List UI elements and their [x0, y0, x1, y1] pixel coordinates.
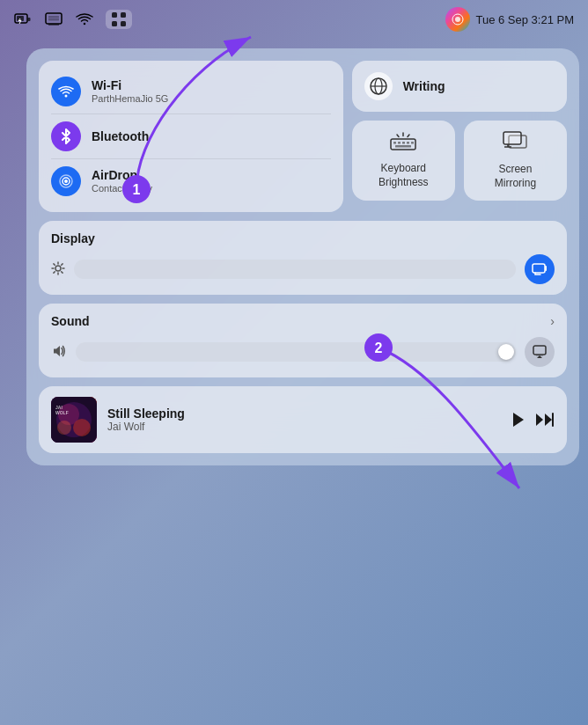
menubar: Tue 6 Sep 3:21 PM [0, 0, 588, 39]
wifi-toggle-icon[interactable] [51, 77, 81, 106]
screen-mirroring-label: Screen Mirroring [495, 163, 536, 190]
sound-header: Sound › [51, 314, 555, 328]
svg-rect-26 [393, 142, 396, 144]
svg-line-47 [54, 271, 55, 272]
display-section: Display [39, 221, 567, 295]
sound-chevron: › [550, 314, 555, 328]
svg-rect-8 [28, 18, 31, 21]
volume-icon [51, 344, 67, 361]
sound-section: Sound › [39, 304, 567, 377]
display-header: Display [51, 231, 555, 245]
airdrop-name: AirDrop [92, 168, 152, 183]
play-button[interactable] [511, 411, 526, 428]
menubar-left [14, 10, 132, 29]
airdrop-text: AirDrop Contacts Only [92, 168, 152, 194]
music-artist: Jai Wolf [107, 421, 500, 433]
svg-rect-10 [48, 24, 59, 26]
control-center-panel: Wi-Fi ParthHemaJio 5G Bluetooth [26, 48, 579, 465]
volume-knob[interactable] [498, 344, 514, 360]
menubar-date: Tue 6 Sep 3:21 PM [475, 13, 574, 26]
svg-rect-27 [398, 142, 401, 144]
sound-volume-slider[interactable] [76, 342, 516, 362]
wifi-name: Wi-Fi [92, 78, 168, 93]
svg-rect-14 [112, 21, 117, 26]
screen-mirroring-tile[interactable]: Screen Mirroring [464, 121, 567, 201]
svg-rect-49 [545, 266, 547, 271]
wifi-item[interactable]: Wi-Fi ParthHemaJio 5G [51, 70, 331, 114]
siri-icon[interactable] [445, 7, 470, 32]
svg-rect-13 [121, 12, 126, 18]
music-section: JAIWOLF JAI WOLF Still Sleeping Jai Wolf [39, 386, 567, 453]
wifi-icon [76, 11, 93, 27]
sound-slider-row [51, 337, 555, 367]
svg-rect-48 [533, 264, 545, 273]
svg-text:WOLF: WOLF [55, 410, 69, 415]
display-settings-button[interactable] [525, 254, 555, 284]
airdrop-sub: Contacts Only [92, 183, 152, 194]
svg-line-33 [397, 135, 399, 137]
svg-rect-31 [395, 145, 411, 148]
display-title: Display [51, 231, 95, 245]
airplay-button[interactable] [525, 337, 555, 367]
svg-point-39 [55, 266, 61, 271]
display-slider-row [51, 254, 555, 284]
hdmi-icon [44, 11, 63, 27]
display-brightness-slider[interactable] [74, 260, 516, 279]
bluetooth-toggle-icon[interactable] [51, 121, 81, 151]
svg-rect-36 [503, 132, 521, 144]
svg-point-17 [455, 17, 460, 22]
svg-line-45 [62, 271, 62, 272]
svg-rect-15 [121, 21, 126, 26]
svg-rect-28 [402, 142, 405, 144]
airdrop-toggle-icon[interactable] [51, 166, 81, 196]
svg-rect-30 [411, 142, 414, 144]
svg-line-44 [54, 263, 55, 264]
svg-line-34 [408, 135, 409, 137]
svg-rect-12 [112, 12, 117, 18]
wifi-sub: ParthHemaJio 5G [92, 93, 168, 105]
svg-rect-29 [407, 142, 409, 144]
music-title: Still Sleeping [107, 406, 500, 421]
keyboard-brightness-tile[interactable]: Keyboard Brightness [352, 121, 455, 201]
bottom-tiles: Keyboard Brightness [352, 121, 567, 201]
connectivity-block: Wi-Fi ParthHemaJio 5G Bluetooth [39, 61, 343, 212]
fast-forward-button[interactable] [535, 412, 555, 428]
writing-icon [364, 72, 393, 100]
brightness-icon [51, 261, 65, 278]
top-row: Wi-Fi ParthHemaJio 5G Bluetooth [39, 61, 567, 212]
right-tiles: Writing [352, 61, 567, 212]
svg-rect-50 [533, 346, 546, 355]
svg-point-18 [65, 95, 68, 98]
album-art: JAIWOLF JAI WOLF [51, 397, 97, 443]
wifi-text: Wi-Fi ParthHemaJio 5G [92, 78, 168, 105]
bluetooth-name: Bluetooth [92, 129, 149, 144]
svg-point-21 [64, 179, 68, 183]
bluetooth-text: Bluetooth [92, 129, 149, 144]
plug-icon [14, 11, 32, 27]
control-center-icon[interactable] [106, 10, 132, 29]
menubar-right: Tue 6 Sep 3:21 PM [445, 7, 574, 32]
writing-tile[interactable]: Writing [352, 61, 567, 112]
svg-point-55 [57, 421, 71, 435]
airdrop-item[interactable]: AirDrop Contacts Only [51, 159, 331, 203]
svg-rect-25 [391, 139, 415, 150]
bluetooth-item[interactable]: Bluetooth [51, 114, 331, 159]
music-controls [511, 411, 555, 428]
music-info: Still Sleeping Jai Wolf [107, 406, 500, 433]
svg-point-54 [73, 419, 91, 436]
keyboard-brightness-icon [389, 132, 417, 157]
screen-mirroring-icon [502, 131, 528, 157]
writing-label: Writing [403, 79, 445, 93]
keyboard-brightness-label: Keyboard Brightness [379, 162, 429, 189]
sound-title: Sound [51, 314, 90, 328]
svg-line-46 [62, 263, 62, 264]
